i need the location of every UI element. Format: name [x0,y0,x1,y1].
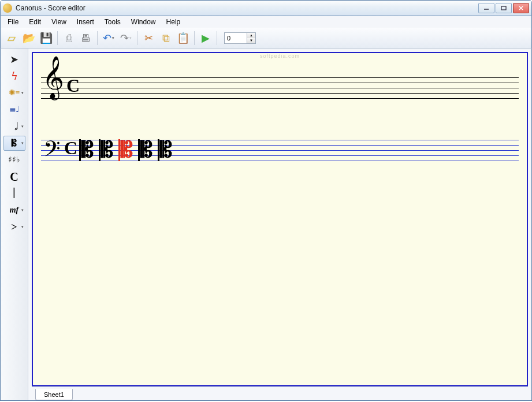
staff-tool-button[interactable]: ≣♩ [3,102,25,117]
menu-edit[interactable]: Edit [24,17,46,27]
paste-button[interactable]: 📋 [176,31,191,46]
main-toolbar: ▱ 📂 💾 ⎙ 🖶 ↶▾ ↷▾ ✂ ⧉ 📋 ▶ ▲ ▼ [0,28,532,49]
clef-tool-button[interactable]: 𝄡▾ [3,136,25,151]
accent-icon: > [11,222,17,232]
window-controls [478,3,529,13]
side-toolbar: ➤ ϟ ✺≡▾ ≣♩ 𝅗𝅥▾ 𝄡▾ ♯♯♭ C 𝄀 mf▾ >▾ [1,49,28,400]
folder-open-icon: 📂 [23,33,35,43]
redo-icon: ↷ [120,33,129,43]
pdf-icon: ⎙ [66,33,72,43]
menu-tools[interactable]: Tools [100,17,125,27]
undo-button[interactable]: ↶▾ [101,31,116,46]
undo-icon: ↶ [103,33,111,43]
transpose-spinner: ▲ ▼ [224,32,256,44]
separator [194,31,195,45]
maximize-button[interactable] [496,3,512,13]
score-pane: softpedia.com 𝄞 C 𝄢 C 𝄡 [28,49,531,400]
title-bar: Canorus - Score editor [0,0,532,16]
staff-bass[interactable]: 𝄢 C 𝄡 𝄡 𝄡 𝄡 𝄡 [41,140,519,162]
erase-tool-button[interactable]: ϟ [3,69,25,84]
app-icon [3,3,12,13]
redo-button[interactable]: ↷▾ [118,31,133,46]
barline-icon: 𝄀 [14,187,14,200]
open-button[interactable]: 📂 [21,31,36,46]
sheet-tabs: Sheet1 [32,386,528,400]
watermark-text: softpedia.com [260,53,300,59]
select-tool-button[interactable]: ➤ [3,52,25,67]
alto-clef-insertion[interactable]: 𝄡 [138,137,152,163]
scissors-icon: ✂ [144,33,153,43]
menu-window[interactable]: Window [127,17,161,27]
window-title: Canorus - Score editor [16,4,478,12]
common-time-icon: C [10,171,18,183]
save-button[interactable]: 💾 [39,31,54,46]
spinner-up-button[interactable]: ▲ [247,33,255,38]
play-icon: ▶ [202,33,210,43]
print-button[interactable]: 🖶 [79,31,94,46]
menu-view[interactable]: View [47,17,71,27]
print-icon: 🖶 [81,33,91,43]
menu-help[interactable]: Help [162,17,185,27]
dynamic-tool-button[interactable]: mf▾ [3,203,25,218]
accent-tool-button[interactable]: >▾ [3,219,25,234]
lightning-icon: ϟ [11,71,18,81]
cursor-icon: ➤ [10,54,18,65]
time-signature-common: C [64,137,77,159]
save-icon: 💾 [40,33,53,43]
accidental-tool-button[interactable]: ♯♯♭ [3,152,25,168]
alto-clef-icon: 𝄡 [12,139,17,148]
score-canvas[interactable]: softpedia.com 𝄞 C 𝄢 C 𝄡 [32,52,528,386]
staff-treble[interactable]: 𝄞 C [41,77,519,99]
copy-icon: ⧉ [162,33,170,43]
paste-icon: 📋 [177,33,189,43]
time-signature-button[interactable]: C [3,169,25,184]
alto-clef-insertion-selected[interactable]: 𝄡 [118,137,133,163]
separator [217,31,217,45]
bass-clef-icon: 𝄢 [43,136,61,168]
staff-icon: ≣♩ [9,106,19,114]
dynamic-mf-icon: mf [10,206,19,214]
menu-file[interactable]: File [3,17,23,27]
new-document-icon: ▱ [8,33,16,43]
sheet-tab[interactable]: Sheet1 [35,389,73,400]
separator [57,31,58,45]
sparkle-staff-icon: ✺≡ [9,89,20,97]
minimize-button[interactable] [478,3,494,13]
time-signature-common: C [66,75,80,96]
alto-clef-insertion[interactable]: 𝄡 [79,137,94,163]
note-duration-button[interactable]: 𝅗𝅥▾ [3,119,25,134]
barline-tool-button[interactable]: 𝄀 [3,186,25,201]
menu-bar: File Edit View Insert Tools Window Help [0,16,532,28]
close-button[interactable] [513,3,529,13]
play-button[interactable]: ▶ [198,31,213,46]
transpose-value-input[interactable] [224,32,247,44]
copy-button[interactable]: ⧉ [158,31,173,46]
alto-clef-insertion[interactable]: 𝄡 [99,137,113,163]
separator [137,31,137,45]
alto-clef-insertion[interactable]: 𝄡 [158,137,172,163]
cut-button[interactable]: ✂ [141,31,156,46]
new-document-button[interactable]: ▱ [4,31,19,46]
sharp-flat-icon: ♯♯♭ [8,156,20,164]
treble-clef-icon: 𝄞 [42,65,64,91]
context-tool-button[interactable]: ✺≡▾ [3,85,25,100]
menu-insert[interactable]: Insert [72,17,99,27]
spinner-down-button[interactable]: ▼ [247,38,255,43]
export-pdf-button[interactable]: ⎙ [61,31,76,46]
svg-rect-1 [501,6,506,10]
separator [97,31,98,45]
